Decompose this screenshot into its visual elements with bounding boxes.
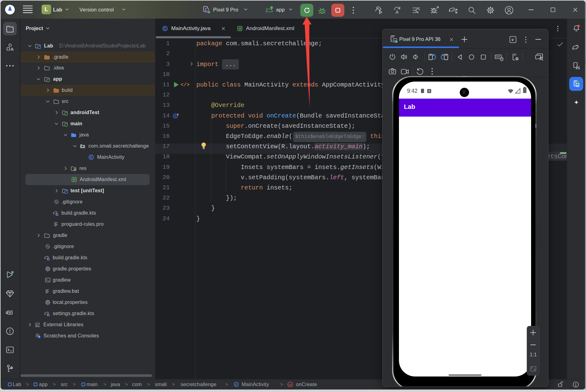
svg-text:A: A [396,10,399,15]
svg-text:m: m [289,383,292,386]
